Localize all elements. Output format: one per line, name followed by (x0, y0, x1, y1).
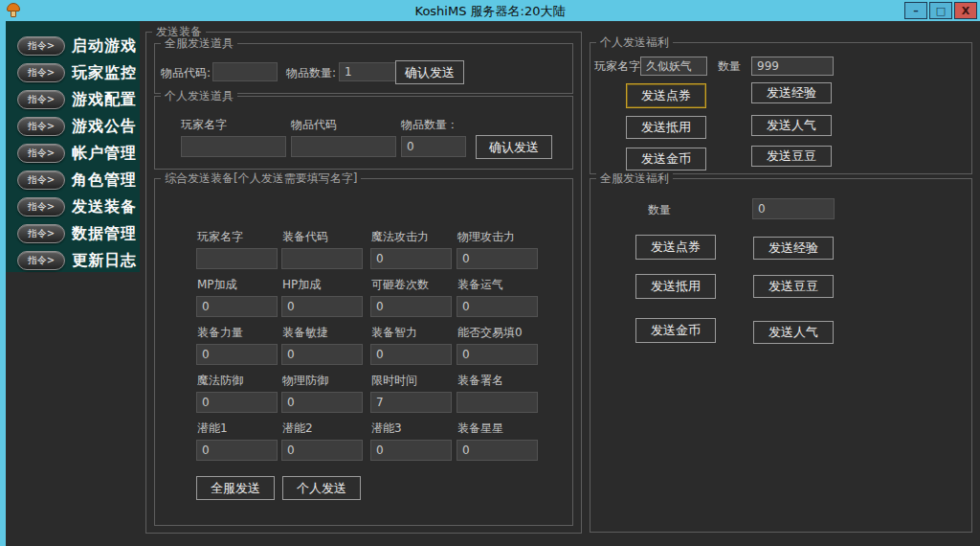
composite-send-group: 综合发送装备[个人发送需要填写名字] 玩家名字 装备代码 魔法攻击力 物理攻击力… (154, 178, 573, 526)
command-pill[interactable]: 指令> (17, 144, 65, 163)
composite-send-title: 综合发送装备[个人发送需要填写名字] (161, 171, 361, 185)
field-input[interactable] (196, 344, 278, 365)
sidebar-item-game-notice[interactable]: 指令> 游戏公告 (6, 113, 140, 140)
field-label: MP加成 (197, 278, 237, 291)
sidebar-item-character-manage[interactable]: 指令> 角色管理 (6, 167, 140, 193)
field-label: 装备智力 (371, 326, 417, 339)
send-beans-button[interactable]: 发送豆豆 (753, 275, 834, 298)
maximize-button[interactable]: □ (929, 2, 952, 19)
player-name-input[interactable] (181, 136, 286, 157)
sidebar-item-data-manage[interactable]: 指令> 数据管理 (6, 220, 140, 247)
field-input[interactable] (457, 440, 538, 461)
field-tradable-flag: 能否交易填0 (457, 326, 538, 366)
sidebar-item-label: 玩家监控 (72, 63, 137, 83)
send-beans-button[interactable]: 发送豆豆 (751, 146, 832, 167)
field-input[interactable] (370, 296, 452, 317)
command-pill[interactable]: 指令> (17, 197, 65, 216)
field-equip-stars: 装备星星 (457, 421, 538, 462)
quantity-label: 数量 (718, 59, 741, 73)
field-equip-code: 装备代码 (281, 230, 363, 270)
send-voucher-button[interactable]: 发送抵用 (635, 274, 716, 299)
field-label: 装备运气 (457, 278, 503, 291)
field-input[interactable] (196, 248, 278, 269)
minimize-button[interactable]: – (904, 2, 927, 19)
field-input[interactable] (457, 344, 538, 365)
field-input[interactable] (370, 248, 452, 269)
command-pill[interactable]: 指令> (17, 251, 65, 270)
send-fame-button[interactable]: 发送人气 (753, 321, 834, 344)
command-pill[interactable]: 指令> (17, 36, 65, 56)
send-fame-button[interactable]: 发送人气 (751, 115, 832, 136)
sidebar-item-label: 角色管理 (72, 171, 137, 191)
close-button[interactable]: X (954, 2, 977, 19)
send-exp-button[interactable]: 发送经验 (751, 82, 832, 103)
field-input[interactable] (457, 392, 538, 413)
field-input[interactable] (457, 296, 538, 317)
field-equip-dex: 装备敏捷 (281, 326, 363, 366)
sidebar-item-account-manage[interactable]: 指令> 帐户管理 (6, 140, 140, 167)
field-potential-1: 潜能1 (196, 421, 278, 462)
item-code-input[interactable] (291, 136, 396, 157)
server-send-button[interactable]: 全服发送 (196, 476, 275, 500)
field-input[interactable] (457, 248, 538, 269)
command-pill[interactable]: 指令> (17, 224, 65, 243)
field-potential-2: 潜能2 (281, 421, 363, 462)
title-bar: KoshiMS 服务器名:20大陆 – □ X (0, 0, 980, 21)
field-input[interactable] (281, 344, 363, 365)
field-input[interactable] (370, 344, 452, 365)
field-input[interactable] (196, 296, 278, 317)
sidebar-item-label: 帐户管理 (72, 144, 137, 164)
field-magic-defense: 魔法防御 (196, 374, 278, 414)
item-qty-input[interactable] (401, 136, 466, 157)
sidebar-item-label: 游戏公告 (72, 117, 137, 137)
send-equipment-group: 发送装备 全服发送道具 物品代码: 物品数量: 确认发送 个人发送道具 玩家名字… (145, 32, 582, 534)
personal-send-button[interactable]: 个人发送 (282, 476, 361, 500)
quantity-input[interactable] (751, 57, 834, 76)
field-input[interactable] (281, 248, 363, 269)
field-input[interactable] (281, 440, 363, 461)
field-input[interactable] (281, 296, 363, 317)
personal-welfare-group: 个人发送福利 玩家名字 数量 发送点券 发送抵用 发送金币 发送经验 发送人气 … (590, 42, 972, 174)
sidebar-item-game-config[interactable]: 指令> 游戏配置 (6, 86, 140, 113)
field-potential-3: 潜能3 (370, 421, 452, 462)
command-pill[interactable]: 指令> (17, 171, 65, 190)
send-gold-button[interactable]: 发送金币 (635, 318, 716, 343)
field-input[interactable] (196, 440, 278, 461)
command-pill[interactable]: 指令> (17, 63, 65, 82)
sidebar-item-update-log[interactable]: 指令> 更新日志 (6, 247, 140, 274)
field-label: 装备署名 (457, 374, 503, 387)
sidebar: 指令> 启动游戏 指令> 玩家监控 指令> 游戏配置 指令> 游戏公告 指令> … (6, 21, 140, 272)
item-code-input[interactable] (212, 62, 278, 81)
confirm-send-button[interactable]: 确认发送 (476, 135, 552, 159)
server-send-item-group: 全服发送道具 物品代码: 物品数量: 确认发送 (154, 43, 573, 94)
server-welfare-group: 全服发送福利 数量 发送点券 发送抵用 发送金币 发送经验 发送豆豆 发送人气 (590, 178, 972, 533)
field-label: 魔法防御 (197, 374, 243, 387)
sidebar-item-send-equipment[interactable]: 指令> 发送装备 (6, 193, 140, 220)
confirm-send-button[interactable]: 确认发送 (395, 60, 464, 84)
send-points-button[interactable]: 发送点券 (635, 235, 716, 260)
field-magic-attack: 魔法攻击力 (370, 230, 452, 270)
field-input[interactable] (370, 392, 452, 413)
sidebar-item-player-monitor[interactable]: 指令> 玩家监控 (6, 59, 140, 86)
send-gold-button[interactable]: 发送金币 (626, 148, 706, 171)
command-pill[interactable]: 指令> (17, 90, 65, 109)
command-pill[interactable]: 指令> (17, 117, 65, 136)
field-label: 能否交易填0 (457, 326, 523, 339)
sidebar-item-label: 启动游戏 (72, 36, 137, 57)
sidebar-item-start-game[interactable]: 指令> 启动游戏 (6, 33, 140, 59)
field-scroll-slots: 可砸卷次数 (370, 278, 452, 318)
send-points-button[interactable]: 发送点券 (626, 83, 706, 108)
field-input[interactable] (281, 392, 363, 413)
field-input[interactable] (196, 392, 278, 413)
personal-welfare-title: 个人发送福利 (596, 35, 673, 49)
field-equip-int: 装备智力 (370, 326, 452, 366)
player-name-input[interactable] (640, 57, 707, 76)
window-title: KoshiMS 服务器名:20大陆 (0, 3, 980, 20)
item-qty-input[interactable] (339, 62, 402, 81)
field-input[interactable] (370, 440, 452, 461)
send-voucher-button[interactable]: 发送抵用 (626, 116, 706, 139)
quantity-input[interactable] (752, 198, 835, 219)
field-hp-bonus: HP加成 (281, 278, 363, 318)
send-exp-button[interactable]: 发送经验 (753, 237, 834, 260)
field-physical-attack: 物理攻击力 (457, 230, 538, 270)
